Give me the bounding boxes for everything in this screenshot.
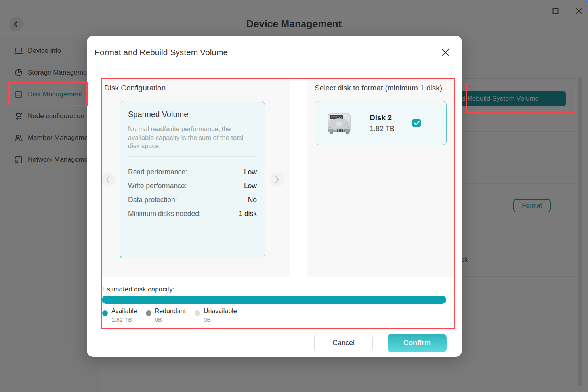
legend-label: Redundant [155,308,186,315]
spanned-volume-card[interactable]: Spanned Volume Normal read/write perform… [120,101,265,258]
stat-row: Minimum disks needed: 1 disk [128,207,257,221]
estimated-capacity-label: Estimated disk capacity: [102,285,174,293]
redundant-dot-icon [146,310,151,316]
stat-label: Read performance: [128,168,187,176]
capacity-legend: Available 1.82 TB Redundant 0B Unavailab… [102,308,237,323]
stat-label: Write performance: [128,182,187,190]
unavailable-dot-icon [195,310,200,316]
legend-item-redundant: Redundant 0B [146,308,186,323]
dialog-title: Format and Rebuild System Volume [95,48,228,57]
disk-configuration-heading: Disk Configuration [104,84,166,92]
stat-row: Data protection: No [128,193,257,207]
disk-checkbox[interactable] [412,119,421,127]
available-dot-icon [102,310,108,316]
chevron-left-icon [105,176,110,183]
volume-type-name: Spanned Volume [128,110,257,119]
disk-selection-panel: Select disk to format (minimum 1 disk) [307,78,455,277]
stat-row: Write performance: Low [128,179,257,193]
stat-value: Low [244,182,257,190]
checkmark-icon [414,121,420,126]
stat-label: Data protection: [128,196,177,204]
legend-item-available: Available 1.82 TB [102,308,137,323]
format-rebuild-dialog: Format and Rebuild System Volume Disk Co… [87,36,462,357]
hard-drive-icon [324,108,355,139]
next-volume-type-button[interactable] [270,172,284,187]
legend-item-unavailable: Unavailable 0B [195,308,237,323]
disk-name: Disk 2 [370,113,395,122]
disk-capacity: 1.82 TB [370,125,395,133]
cancel-button[interactable]: Cancel [314,334,373,352]
legend-label: Available [111,308,137,315]
app-window: Device Management Device info Storage Ma… [0,0,588,392]
chevron-right-icon [275,176,279,183]
capacity-bar [102,296,446,304]
dialog-close-icon[interactable] [441,48,450,57]
stat-value: 1 disk [239,210,257,218]
stat-row: Read performance: Low [128,165,257,179]
disk-selection-heading: Select disk to format (minimum 1 disk) [315,84,442,92]
previous-volume-type-button[interactable] [101,172,115,187]
stat-value: No [248,196,257,204]
legend-value: 1.82 TB [111,316,137,323]
divider [128,156,257,157]
stat-value: Low [244,168,257,176]
legend-value: 0B [204,316,237,323]
stat-label: Minimum disks needed: [128,210,201,218]
legend-value: 0B [155,316,186,323]
disk-configuration-panel: Disk Configuration Spanned Volume Normal… [101,78,290,277]
volume-type-description: Normal read/write performance, the avail… [128,125,257,151]
legend-label: Unavailable [204,308,237,315]
confirm-button[interactable]: Confirm [388,334,447,352]
disk-card[interactable]: Disk 2 1.82 TB [315,101,447,145]
